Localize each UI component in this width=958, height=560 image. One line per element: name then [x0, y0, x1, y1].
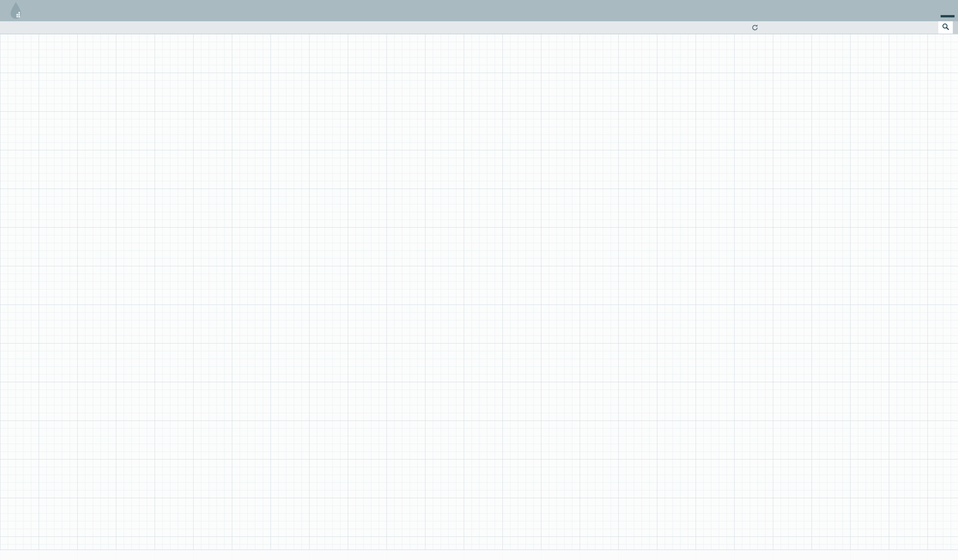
global-menu-button[interactable] [941, 4, 955, 17]
panel-edge [953, 21, 958, 34]
search-button[interactable] [938, 21, 953, 34]
app-header [0, 0, 958, 21]
breadcrumb-bar [0, 550, 958, 560]
nifi-app [0, 0, 958, 560]
refresh-status [751, 21, 762, 34]
nifi-logo [8, 1, 23, 21]
search-icon [942, 23, 949, 32]
status-bar [0, 21, 958, 34]
flow-canvas[interactable] [0, 34, 958, 560]
nifi-drop-icon [9, 2, 23, 20]
refresh-icon[interactable] [751, 24, 759, 31]
